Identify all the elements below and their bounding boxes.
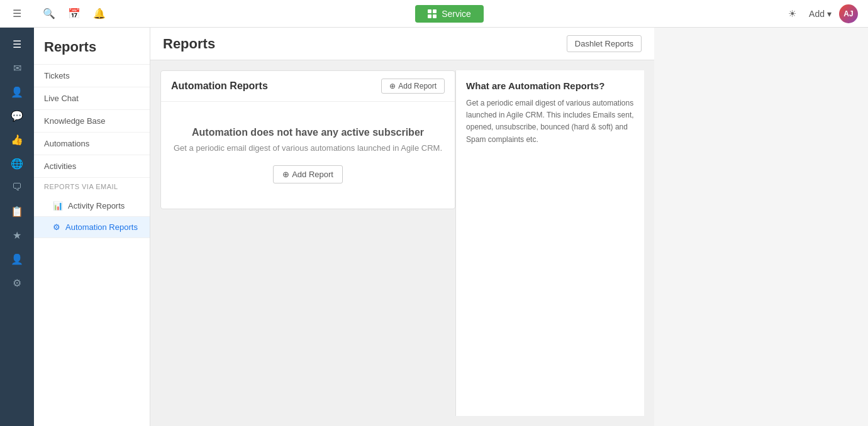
activity-reports-label: Activity Reports	[68, 201, 125, 210]
automation-reports-icon: ⚙	[53, 222, 60, 232]
sidebar-icon-feedback[interactable]: 🗨	[4, 176, 30, 199]
empty-add-report-button[interactable]: ⊕ Add Report	[273, 165, 343, 183]
plus-icon: ⊕	[389, 82, 396, 90]
sidebar-subitem-activity-reports[interactable]: 📊 Activity Reports	[34, 195, 150, 217]
brightness-icon[interactable]: ☀	[782, 4, 801, 23]
add-label: Add	[809, 9, 825, 19]
top-bar-quick-icons: 🔍 📅 🔔	[34, 4, 116, 24]
alert-icon[interactable]: 🔔	[89, 4, 109, 24]
service-button[interactable]: Service	[415, 5, 484, 23]
dashlet-reports-button[interactable]: Dashlet Reports	[567, 35, 642, 52]
sidebar-icon-star[interactable]: ★	[4, 224, 30, 246]
sidebar-icon-menu[interactable]: ☰	[4, 33, 30, 55]
top-bar-right: ☀ Add ▾ AJ	[782, 4, 868, 23]
content-section-title: Automation Reports	[171, 80, 268, 92]
avatar[interactable]: AJ	[839, 4, 858, 23]
info-panel-title: What are Automation Reports?	[466, 80, 634, 91]
sidebar-icon-chat[interactable]: 💬	[4, 104, 30, 127]
sidebar-item-automations[interactable]: Automations	[34, 133, 150, 155]
grid-icon	[428, 9, 437, 18]
info-panel: What are Automation Reports? Get a perio…	[455, 70, 644, 416]
automation-reports-label: Automation Reports	[65, 222, 138, 232]
left-sidebar: Reports Tickets Live Chat Knowledge Base…	[34, 28, 150, 426]
empty-plus-icon: ⊕	[282, 170, 289, 179]
search-icon[interactable]: 🔍	[39, 4, 59, 24]
add-report-header-label: Add Report	[398, 82, 437, 90]
service-label: Service	[442, 9, 471, 19]
info-panel-text: Get a periodic email digest of various a…	[466, 97, 634, 146]
empty-state-title: Automation does not have any active subs…	[174, 127, 442, 138]
info-panel-body: Get a periodic email digest of various a…	[466, 99, 634, 144]
top-bar-left: ☰	[0, 4, 34, 24]
sidebar-icon-thumbs[interactable]: 👍	[4, 128, 30, 151]
empty-state-subtitle: Get a periodic email digest of various a…	[174, 143, 442, 153]
sidebar-icon-email[interactable]: ✉	[4, 57, 30, 79]
empty-add-report-label: Add Report	[292, 170, 333, 179]
top-bar: ☰ 🔍 📅 🔔 Service ☀ Add ▾ AJ	[0, 0, 868, 28]
empty-state: Automation does not have any active subs…	[161, 102, 455, 209]
sidebar-icon-admin[interactable]: 👤	[4, 248, 30, 270]
add-report-header-button[interactable]: ⊕ Add Report	[381, 79, 445, 94]
add-button[interactable]: Add ▾	[809, 9, 832, 19]
sidebar-icon-globe[interactable]: 🌐	[4, 152, 30, 175]
sidebar-icon-contacts[interactable]: 👤	[4, 80, 30, 103]
sidebar-header-title: Reports	[34, 28, 150, 65]
sidebar-item-activities[interactable]: Activities	[34, 155, 150, 178]
sidebar-section-label: Reports via Email	[34, 178, 150, 195]
top-bar-center: Service	[116, 5, 782, 23]
content-section-header: Automation Reports ⊕ Add Report	[161, 71, 455, 102]
sidebar-item-livechat[interactable]: Live Chat	[34, 87, 150, 110]
sidebar-item-knowledge[interactable]: Knowledge Base	[34, 110, 150, 133]
sidebar-item-tickets[interactable]: Tickets	[34, 65, 150, 87]
main-header: Reports Dashlet Reports	[150, 28, 654, 60]
activity-reports-icon: 📊	[53, 201, 63, 210]
sidebar-icon-settings[interactable]: ⚙	[4, 271, 30, 294]
add-dropdown-icon: ▾	[827, 9, 832, 19]
sidebar-subitem-automation-reports[interactable]: ⚙ Automation Reports	[34, 217, 150, 238]
content-section: Automation Reports ⊕ Add Report Automati…	[160, 70, 455, 209]
sidebar-icon-reports[interactable]: 📋	[4, 200, 30, 222]
main-header-title: Reports	[163, 36, 215, 52]
icon-sidebar: ☰ ✉ 👤 💬 👍 🌐 🗨 📋 ★ 👤 ⚙	[0, 28, 34, 426]
hamburger-icon[interactable]: ☰	[7, 4, 27, 24]
calendar-icon[interactable]: 📅	[64, 4, 84, 24]
